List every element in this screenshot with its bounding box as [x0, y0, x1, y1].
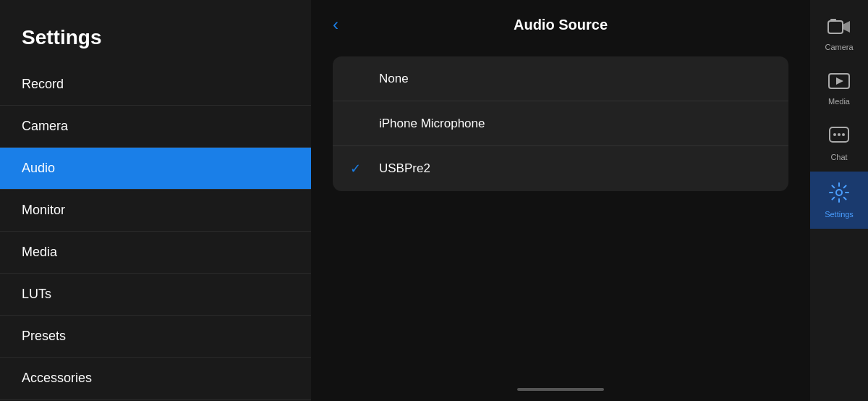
svg-rect-0	[828, 21, 843, 33]
right-nav-media-label: Media	[828, 97, 850, 106]
sidebar-item-presets[interactable]: Presets	[0, 316, 311, 358]
option-none[interactable]: None	[333, 56, 788, 101]
sidebar-title: Settings	[0, 14, 311, 64]
sidebar-item-media[interactable]: Media	[0, 232, 311, 274]
option-none-check	[350, 71, 370, 86]
right-nav-camera[interactable]: Camera	[810, 7, 868, 62]
right-nav-media[interactable]: Media	[810, 62, 868, 116]
audio-source-options: None iPhone Microphone ✓ USBPre2	[333, 56, 788, 191]
sidebar-item-luts[interactable]: LUTs	[0, 274, 311, 316]
right-sidebar: Camera Media Chat Setti	[810, 0, 868, 401]
svg-point-7	[838, 133, 841, 136]
scroll-indicator	[517, 388, 604, 391]
sidebar: Settings Record Camera Audio Monitor Med…	[0, 0, 311, 401]
sidebar-item-audio[interactable]: Audio	[0, 148, 311, 190]
sidebar-item-monitor[interactable]: Monitor	[0, 190, 311, 232]
option-usbpre2[interactable]: ✓ USBPre2	[333, 146, 788, 191]
sidebar-item-accessories[interactable]: Accessories	[0, 358, 311, 400]
option-iphone-check	[350, 116, 370, 131]
svg-marker-1	[843, 21, 850, 33]
main-content: ‹ Audio Source None iPhone Microphone ✓ …	[311, 0, 810, 401]
svg-point-8	[842, 133, 845, 136]
main-header: ‹ Audio Source	[311, 0, 810, 49]
svg-point-9	[836, 190, 842, 195]
right-nav-settings[interactable]: Settings	[810, 172, 868, 229]
camera-icon	[827, 17, 851, 39]
back-button[interactable]: ‹	[333, 14, 339, 35]
option-usbpre2-check: ✓	[350, 161, 370, 177]
right-nav-camera-label: Camera	[825, 43, 853, 51]
svg-marker-4	[836, 77, 843, 85]
main-title: Audio Source	[514, 17, 608, 33]
media-icon	[827, 72, 851, 93]
sidebar-item-camera[interactable]: Camera	[0, 106, 311, 148]
svg-point-6	[833, 133, 836, 136]
chat-icon	[828, 126, 850, 149]
sidebar-item-record[interactable]: Record	[0, 64, 311, 106]
svg-rect-2	[830, 19, 836, 21]
option-iphone-microphone[interactable]: iPhone Microphone	[333, 101, 788, 146]
right-nav-chat-label: Chat	[830, 153, 847, 161]
right-nav-chat[interactable]: Chat	[810, 116, 868, 172]
right-nav-settings-label: Settings	[825, 210, 854, 219]
settings-icon	[828, 182, 850, 206]
